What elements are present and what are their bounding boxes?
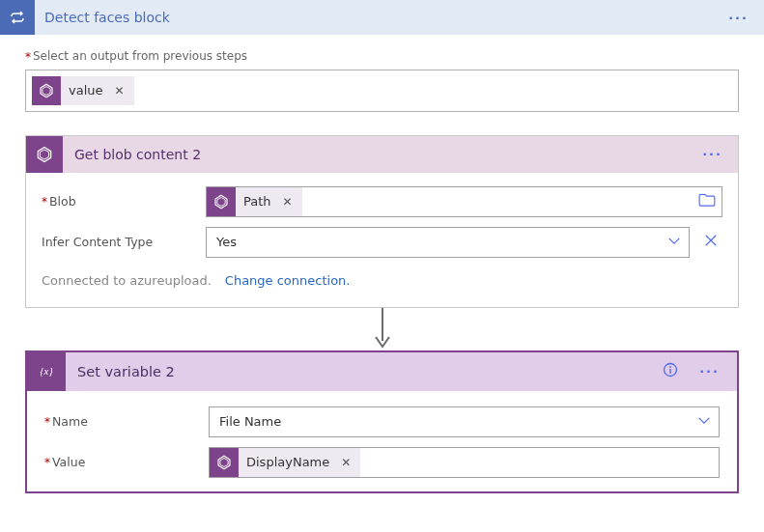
chevron-down-icon [697, 413, 711, 430]
select-output-label: Select an output from previous steps [33, 49, 247, 63]
hex-icon [210, 448, 239, 477]
token-path-text: Path [243, 194, 271, 209]
get-blob-header[interactable]: Get blob content 2 ··· [26, 136, 738, 173]
info-icon[interactable] [663, 362, 678, 380]
svg-marker-3 [40, 150, 48, 159]
value-row: *Value DisplayName ✕ [44, 447, 720, 478]
hex-icon [32, 76, 61, 105]
set-variable-title: Set variable 2 [77, 364, 663, 379]
chevron-down-icon [667, 234, 681, 250]
infer-label: Infer Content Type [42, 235, 196, 249]
token-displayname[interactable]: DisplayName ✕ [210, 448, 360, 477]
infer-value: Yes [216, 235, 237, 249]
svg-marker-1 [42, 86, 50, 95]
change-connection-link[interactable]: Change connection. [225, 273, 351, 288]
clear-infer-button[interactable] [699, 233, 722, 251]
name-value: File Name [219, 414, 281, 429]
folder-icon[interactable] [698, 193, 716, 210]
loop-icon [0, 0, 35, 35]
svg-text:{x}: {x} [40, 365, 53, 377]
token-remove-button[interactable]: ✕ [283, 195, 293, 209]
blob-label: *Blob [42, 194, 196, 210]
get-blob-title: Get blob content 2 [74, 147, 694, 162]
blob-field[interactable]: Path ✕ [206, 186, 722, 217]
connected-text: Connected to azureupload. [42, 273, 212, 288]
token-path[interactable]: Path ✕ [207, 187, 302, 216]
set-variable-body: *Name File Name *Value [27, 391, 737, 491]
variable-icon: {x} [27, 352, 66, 391]
value-field[interactable]: DisplayName ✕ [209, 447, 720, 478]
token-value[interactable]: value ✕ [32, 76, 134, 105]
select-output-label-row: *Select an output from previous steps [25, 48, 739, 64]
token-remove-button[interactable]: ✕ [341, 456, 351, 469]
get-blob-more-button[interactable]: ··· [694, 147, 730, 161]
hex-icon [207, 187, 236, 216]
value-label: *Value [44, 455, 199, 470]
infer-dropdown[interactable]: Yes [206, 227, 690, 258]
name-label: *Name [44, 414, 199, 430]
token-remove-button[interactable]: ✕ [115, 84, 125, 98]
block-title: Detect faces block [44, 10, 721, 25]
connector-arrow [25, 308, 739, 350]
block-header: Detect faces block ··· [0, 0, 764, 35]
set-variable-header[interactable]: {x} Set variable 2 ··· [27, 352, 737, 391]
name-dropdown[interactable]: File Name [209, 406, 720, 437]
get-blob-card: Get blob content 2 ··· *Blob Path ✕ [25, 135, 739, 308]
get-blob-body: *Blob Path ✕ Infer Con [26, 173, 738, 307]
set-variable-more-button[interactable]: ··· [692, 364, 727, 378]
svg-marker-12 [220, 458, 228, 466]
svg-rect-10 [669, 369, 670, 374]
required-asterisk: * [25, 50, 31, 64]
block-body: *Select an output from previous steps va… [0, 35, 764, 503]
token-displayname-text: DisplayName [246, 455, 329, 469]
set-variable-card: {x} Set variable 2 ··· *Name File Name [25, 350, 739, 493]
block-more-button[interactable]: ··· [721, 11, 756, 25]
select-output-field[interactable]: value ✕ [25, 70, 739, 112]
svg-point-9 [669, 366, 671, 368]
connection-info: Connected to azureupload. Change connect… [42, 273, 722, 288]
token-value-text: value [69, 83, 103, 98]
blob-row: *Blob Path ✕ [42, 186, 722, 217]
name-row: *Name File Name [44, 406, 720, 437]
svg-marker-5 [217, 197, 225, 206]
hex-icon [26, 136, 63, 173]
infer-row: Infer Content Type Yes [42, 227, 722, 258]
